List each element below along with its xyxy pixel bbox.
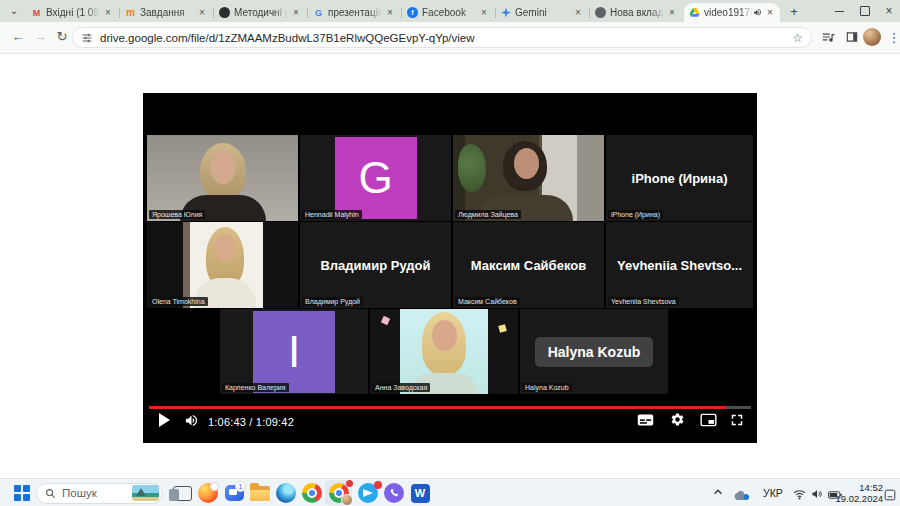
tab-zavdannya[interactable]: m Завдання ×: [120, 3, 212, 22]
chat-icon[interactable]: 1: [222, 481, 246, 505]
picture-in-picture-icon[interactable]: [700, 413, 717, 427]
search-highlight-image[interactable]: [132, 485, 159, 501]
tab-new-tab[interactable]: Нова вкладка ×: [590, 3, 682, 22]
firefox-icon[interactable]: [196, 481, 220, 505]
subtitles-icon[interactable]: [637, 413, 654, 427]
participant-tile: Максим Сайбеков Максим Сайбеков: [453, 222, 604, 308]
tab-close-icon[interactable]: ×: [667, 7, 677, 18]
notification-center-icon[interactable]: [884, 487, 896, 505]
participant-tile: G Hennadii Malyhin: [300, 135, 451, 221]
participant-display-name: Yevheniia Shevtso...: [606, 222, 753, 308]
back-button[interactable]: ←: [8, 27, 28, 47]
participant-name-label: Olena Timokhina: [149, 297, 208, 306]
participant-tile: Olena Timokhina: [147, 222, 298, 308]
participant-display-name: Halyna Kozub: [520, 309, 668, 394]
side-panel-icon[interactable]: [842, 27, 862, 47]
volume-icon[interactable]: [184, 413, 199, 428]
browser-menu-icon[interactable]: ⋮: [884, 27, 900, 47]
fullscreen-icon[interactable]: [730, 413, 744, 427]
media-controls-icon[interactable]: [818, 27, 838, 47]
tab-title: презентація ве: [328, 7, 382, 18]
drive-preview-page: Ярошева Юлия G Hennadii Malyhin Людмила …: [0, 54, 900, 478]
participant-name-label: iPhone (Ирина): [608, 210, 663, 219]
speaker-icon[interactable]: [811, 486, 823, 504]
minimize-button[interactable]: [826, 0, 852, 22]
participant-name-label: Yevheniia Shevtsova: [608, 297, 679, 306]
word-icon[interactable]: W: [408, 481, 432, 505]
tab-close-icon[interactable]: ×: [385, 7, 395, 18]
gallery-row: Ярошева Юлия G Hennadii Malyhin Людмила …: [143, 135, 757, 221]
chrome-badge: [346, 480, 353, 487]
taskbar-clock[interactable]: 14:52 19.02.2024: [835, 482, 883, 504]
site-settings-icon[interactable]: [81, 32, 93, 44]
tab-facebook[interactable]: f Facebook ×: [402, 3, 494, 22]
tab-close-icon[interactable]: ×: [291, 7, 301, 18]
participant-video: [147, 135, 298, 221]
participant-video: [370, 309, 518, 394]
tab-close-icon[interactable]: ×: [103, 7, 113, 18]
participant-name-label: Ярошева Юлия: [149, 210, 205, 219]
play-button[interactable]: [159, 413, 170, 427]
tab-metodychni[interactable]: Методичні рек ×: [214, 3, 306, 22]
participant-name-label: Максим Сайбеков: [455, 297, 520, 306]
windows-taskbar: Пошук 1 W УКР: [0, 478, 900, 506]
tab-title: video191705: [704, 7, 753, 18]
task-view-button[interactable]: [170, 481, 194, 505]
viber-icon[interactable]: [382, 481, 406, 505]
address-bar[interactable]: drive.google.com/file/d/1zZMAAMzBudwL37B…: [72, 27, 812, 48]
tab-prezentatsiya[interactable]: G презентація ве ×: [308, 3, 400, 22]
wifi-icon[interactable]: [793, 486, 806, 504]
participant-tile: Владимир Рудой Владимир Рудой: [300, 222, 451, 308]
edge-icon[interactable]: [274, 481, 298, 505]
tab-search-icon[interactable]: ⌄: [6, 3, 22, 19]
profile-avatar[interactable]: [862, 27, 882, 47]
close-window-button[interactable]: ×: [878, 0, 900, 22]
google-icon: G: [313, 7, 324, 18]
start-button[interactable]: [10, 481, 34, 505]
participant-name-label: Hennadii Malyhin: [302, 210, 362, 219]
tab-title: Вхідні (1 097) -: [46, 7, 100, 18]
tab-video-active[interactable]: video191705 ×: [684, 3, 780, 22]
tab-close-icon[interactable]: ×: [479, 7, 489, 18]
forward-button[interactable]: →: [30, 27, 50, 47]
tray-chevron-icon[interactable]: [712, 484, 724, 502]
gallery-row: Olena Timokhina Владимир Рудой Владимир …: [143, 222, 757, 308]
moodle-icon: m: [125, 7, 136, 18]
browser-toolbar: ← → ↻ drive.google.com/file/d/1zZMAAMzBu…: [0, 22, 900, 54]
telegram-badge: [374, 481, 382, 489]
taskbar-search-box[interactable]: Пошук: [36, 483, 163, 504]
tab-gemini[interactable]: Gemini ×: [496, 3, 588, 22]
time-display: 1:06:43 / 1:09:42: [208, 416, 294, 428]
tab-title: Facebook: [422, 7, 476, 18]
participant-video: [453, 135, 604, 221]
new-tab-button[interactable]: +: [784, 0, 804, 22]
tab-close-icon[interactable]: ×: [765, 7, 775, 18]
tray-date: 19.02.2024: [835, 493, 883, 504]
participant-tile: iPhone (Ирина) iPhone (Ирина): [606, 135, 753, 221]
telegram-icon[interactable]: [356, 481, 380, 505]
tab-audio-icon[interactable]: [753, 8, 762, 17]
bookmark-star-icon[interactable]: ☆: [792, 31, 803, 45]
maximize-button[interactable]: [852, 0, 878, 22]
tab-close-icon[interactable]: ×: [573, 7, 583, 18]
participant-tile: Halyna Kozub Halyna Kozub: [520, 309, 668, 394]
chrome-active-window-icon[interactable]: [327, 481, 351, 505]
settings-gear-icon[interactable]: [670, 412, 685, 427]
onedrive-icon[interactable]: [734, 486, 750, 504]
tab-close-icon[interactable]: ×: [197, 7, 207, 18]
reload-button[interactable]: ↻: [52, 27, 72, 47]
chat-badge: 1: [235, 481, 246, 492]
language-indicator[interactable]: УКР: [763, 487, 783, 499]
participant-tile: Yevheniia Shevtso... Yevheniia Shevtsova: [606, 222, 753, 308]
tab-gmail[interactable]: M Вхідні (1 097) - ×: [26, 3, 118, 22]
tab-title: Методичні рек: [234, 7, 288, 18]
seek-bar[interactable]: [149, 406, 751, 409]
participant-name-label: Анна Заводская: [372, 383, 430, 392]
chrome-icon[interactable]: [300, 481, 324, 505]
globe-icon: [595, 7, 606, 18]
video-player[interactable]: Ярошева Юлия G Hennadii Malyhin Людмила …: [143, 93, 757, 443]
tab-title: Нова вкладка: [610, 7, 664, 18]
file-explorer-icon[interactable]: [248, 481, 272, 505]
gmail-icon: M: [31, 7, 42, 18]
participant-display-name: Максим Сайбеков: [453, 222, 604, 308]
